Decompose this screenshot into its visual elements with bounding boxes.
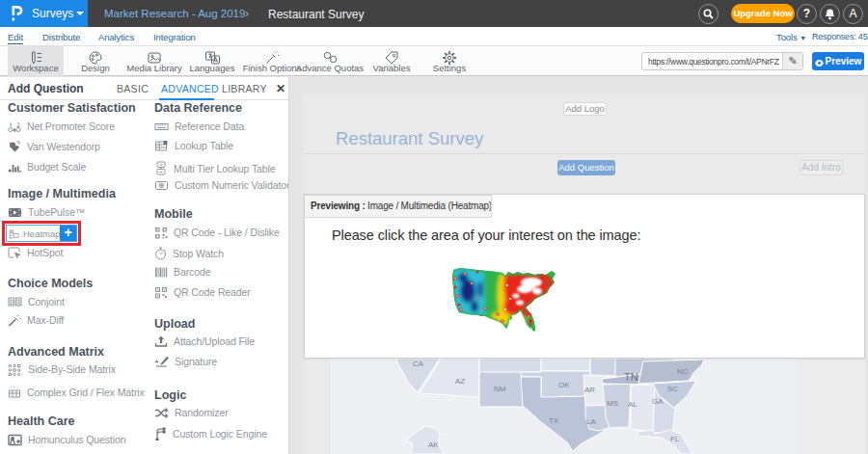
svg-text:MS: MS	[607, 399, 618, 408]
svg-text:TN: TN	[624, 371, 638, 383]
svg-text:AZ: AZ	[455, 377, 465, 386]
svg-text:TX: TX	[549, 416, 559, 425]
svg-text:AR: AR	[584, 386, 595, 394]
svg-text:CA: CA	[413, 360, 424, 368]
svg-text:NM: NM	[494, 385, 506, 393]
svg-text:SC: SC	[667, 385, 678, 393]
svg-text:GA: GA	[652, 397, 664, 406]
svg-text:FL: FL	[670, 435, 680, 443]
svg-text:LA: LA	[586, 417, 596, 426]
svg-text:NC: NC	[677, 367, 689, 376]
svg-text:AL: AL	[628, 400, 637, 409]
svg-text:OK: OK	[558, 381, 570, 389]
svg-text:AK: AK	[428, 441, 439, 449]
